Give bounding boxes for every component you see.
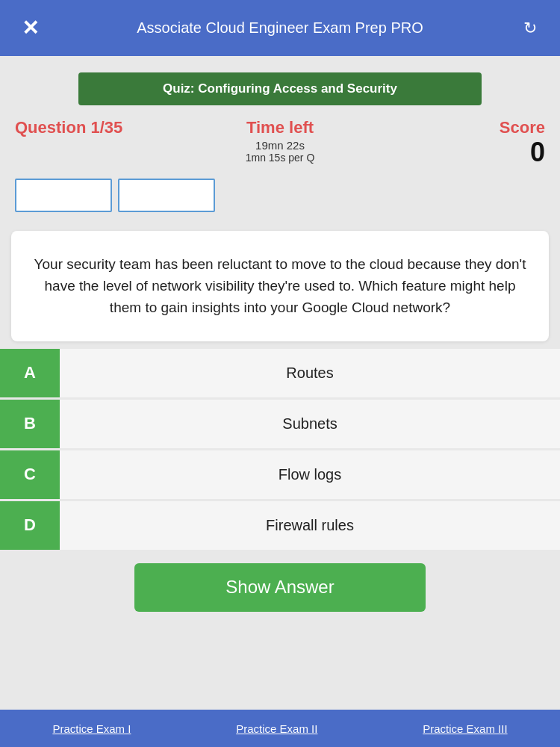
answer-row[interactable]: ARoutes (0, 349, 560, 397)
show-answer-button[interactable]: Show Answer (134, 563, 426, 612)
progress-box-1 (15, 179, 112, 212)
close-button[interactable]: ✕ (15, 16, 45, 40)
quiz-title-bar: Quiz: Configuring Access and Security (78, 72, 482, 105)
answer-label: C (0, 450, 60, 499)
bottom-nav-item[interactable]: Practice Exam III (423, 722, 507, 735)
time-sub: 1mn 15s per Q (192, 152, 369, 164)
refresh-button[interactable]: ↻ (515, 19, 545, 38)
score-section: Score 0 (368, 118, 545, 167)
answers-section: ARoutesBSubnetsCFlow logsDFirewall rules (0, 349, 560, 550)
time-section: Time left 19mn 22s 1mn 15s per Q (192, 118, 369, 164)
question-card: Your security team has been reluctant to… (11, 231, 549, 341)
score-value: 0 (368, 137, 545, 167)
answer-label: B (0, 400, 60, 448)
answer-text: Routes (60, 365, 560, 382)
time-label: Time left (192, 118, 369, 137)
bottom-nav: Practice Exam IPractice Exam IIPractice … (0, 710, 560, 747)
answer-row[interactable]: BSubnets (0, 400, 560, 448)
answer-label: D (0, 501, 60, 550)
question-counter: Question 1/35 (15, 118, 192, 137)
bottom-nav-item[interactable]: Practice Exam I (52, 722, 131, 735)
app-title: Associate Cloud Engineer Exam Prep PRO (45, 19, 515, 37)
progress-row (0, 175, 560, 223)
question-text: Your security team has been reluctant to… (30, 253, 530, 319)
answer-text: Firewall rules (60, 517, 560, 534)
bottom-nav-item[interactable]: Practice Exam II (236, 722, 317, 735)
answer-text: Subnets (60, 415, 560, 433)
answer-text: Flow logs (60, 466, 560, 483)
quiz-title: Quiz: Configuring Access and Security (163, 81, 397, 96)
answer-row[interactable]: DFirewall rules (0, 501, 560, 550)
score-label: Score (368, 118, 545, 137)
answer-label: A (0, 349, 60, 397)
progress-box-2 (118, 179, 215, 212)
time-value: 19mn 22s (192, 139, 369, 152)
app-header: ✕ Associate Cloud Engineer Exam Prep PRO… (0, 0, 560, 56)
stats-row: Question 1/35 Time left 19mn 22s 1mn 15s… (0, 114, 560, 175)
answer-row[interactable]: CFlow logs (0, 450, 560, 499)
